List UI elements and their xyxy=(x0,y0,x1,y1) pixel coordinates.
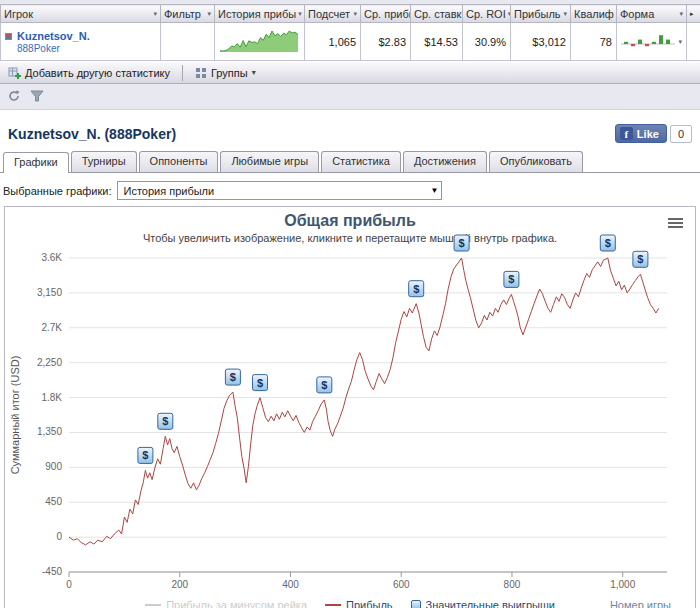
svg-text:3,150: 3,150 xyxy=(37,287,62,298)
tab-achievements[interactable]: Достижения xyxy=(403,151,487,172)
col-form[interactable]: Форма▾ xyxy=(617,5,687,23)
groups-icon xyxy=(195,67,207,79)
profit-line-chart[interactable]: -45004509001,3501.8K2,2502.7K3,1503.6K02… xyxy=(5,246,695,598)
player-site[interactable]: 888Poker xyxy=(17,43,60,54)
count-cell: 1,065 xyxy=(305,23,361,61)
svg-text:$: $ xyxy=(413,283,419,295)
groups-button[interactable]: Группы ▾ xyxy=(191,66,260,80)
tab-bar: Графики Турниры Оппоненты Любимые игры С… xyxy=(0,151,700,173)
svg-text:$: $ xyxy=(162,415,168,427)
chart-type-select[interactable]: История прибыли ▼ xyxy=(117,181,442,200)
svg-text:$: $ xyxy=(637,253,643,265)
col-avg-stake[interactable]: Ср. ставк:▾ xyxy=(411,5,463,23)
table-row: Kuznetsov_N. 888Poker 1,065 $2.83 $14.53… xyxy=(1,23,700,61)
col-player[interactable]: Игрок▾ xyxy=(1,5,161,23)
svg-text:$: $ xyxy=(142,449,148,461)
avg-profit-cell: $2.83 xyxy=(361,23,411,61)
column-menu-icon[interactable]: ▾ xyxy=(353,10,357,18)
fb-like-widget: f Like 0 xyxy=(615,124,692,143)
svg-text:$: $ xyxy=(321,379,327,391)
add-statistic-button[interactable]: Добавить другую статистику xyxy=(4,65,174,80)
svg-text:1,350: 1,350 xyxy=(37,426,62,437)
chart-menu-icon[interactable] xyxy=(668,216,683,230)
page-title: Kuznetsov_N. (888Poker) xyxy=(8,126,176,142)
col-profit[interactable]: Прибыль▾ xyxy=(511,5,571,23)
tab-tournaments[interactable]: Турниры xyxy=(71,151,137,172)
filter-icon[interactable] xyxy=(29,88,44,103)
tab-charts[interactable]: Графики xyxy=(3,152,69,173)
fb-like-count: 0 xyxy=(670,125,692,143)
svg-text:2.7K: 2.7K xyxy=(41,322,62,333)
svg-text:$: $ xyxy=(605,237,611,249)
tab-publish[interactable]: Опубликовать xyxy=(489,151,583,172)
legend-item-big-wins[interactable]: Значительные выигрыши xyxy=(411,599,555,608)
form-cell[interactable]: ▾ xyxy=(617,23,687,61)
legend-item-rake[interactable]: Прибыль за минусом рейка xyxy=(145,599,307,608)
table-scroll-button[interactable]: ▸ xyxy=(687,5,700,23)
svg-text:2,250: 2,250 xyxy=(37,357,62,368)
column-menu-icon[interactable]: ▾ xyxy=(679,10,683,18)
add-table-icon xyxy=(8,66,21,79)
toolbar-separator xyxy=(182,65,183,81)
column-menu-icon[interactable]: ▾ xyxy=(563,10,567,18)
avg-stake-cell: $14.53 xyxy=(411,23,463,61)
tab-opponents[interactable]: Оппоненты xyxy=(139,151,219,172)
column-menu-icon[interactable]: ▾ xyxy=(153,10,157,18)
col-avg-profit[interactable]: Ср. прибы▾ xyxy=(361,5,411,23)
qualified-cell: 78 xyxy=(571,23,617,61)
table-scroll-button[interactable] xyxy=(687,23,700,61)
profit-chart-panel: Общая прибыль Чтобы увеличить изображени… xyxy=(4,206,696,608)
svg-text:Суммарный итог (USD): Суммарный итог (USD) xyxy=(9,356,21,475)
legend-swatch xyxy=(145,604,161,606)
quick-actions xyxy=(0,84,700,109)
chart-type-value: История прибыли xyxy=(123,185,214,197)
chevron-down-icon: ▾ xyxy=(252,68,256,77)
svg-text:900: 900 xyxy=(45,461,62,472)
legend-item-profit[interactable]: Прибыль xyxy=(325,599,393,608)
col-filter[interactable]: Фильтр▾ xyxy=(161,5,215,23)
svg-text:$: $ xyxy=(230,371,236,383)
col-avg-roi[interactable]: Ср. ROI▾ xyxy=(463,5,511,23)
col-qualified[interactable]: Квалиф▾ xyxy=(571,5,617,23)
chevron-down-icon[interactable]: ▾ xyxy=(678,38,682,46)
filter-cell[interactable] xyxy=(161,23,215,61)
chevron-down-icon: ▼ xyxy=(431,186,439,195)
svg-text:$: $ xyxy=(257,377,263,389)
svg-text:1.8K: 1.8K xyxy=(41,392,62,403)
svg-text:800: 800 xyxy=(504,579,521,590)
legend-swatch xyxy=(325,604,341,606)
stats-table: Игрок▾ Фильтр▾ История прибы▾ Подсчет▾ С… xyxy=(0,4,700,61)
x-axis-title: Номер игры xyxy=(610,599,671,608)
column-menu-icon[interactable]: ▾ xyxy=(298,10,302,18)
chart-legend: Прибыль за минусом рейка Прибыль Значите… xyxy=(5,598,695,608)
fb-like-button[interactable]: f Like xyxy=(615,124,667,143)
chart-select-label: Выбранные графики: xyxy=(3,185,111,197)
col-count[interactable]: Подсчет▾ xyxy=(305,5,361,23)
player-status-icon xyxy=(5,33,12,40)
facebook-icon: f xyxy=(620,127,633,140)
form-bars-chart xyxy=(621,32,675,52)
profit-cell: $3,012 xyxy=(511,23,571,61)
player-link[interactable]: Kuznetsov_N. xyxy=(17,30,90,42)
svg-text:-450: -450 xyxy=(42,566,62,577)
profit-history-cell[interactable] xyxy=(215,23,305,61)
chart-subtitle: Чтобы увеличить изображение, кликните и … xyxy=(5,232,695,244)
svg-text:200: 200 xyxy=(171,579,188,590)
svg-text:400: 400 xyxy=(282,579,299,590)
col-profit-history[interactable]: История прибы▾ xyxy=(215,5,305,23)
tab-statistics[interactable]: Статистика xyxy=(321,151,401,172)
tab-favorite-games[interactable]: Любимые игры xyxy=(220,151,319,172)
chart-title: Общая прибыль xyxy=(5,212,695,230)
column-menu-icon[interactable]: ▾ xyxy=(207,10,211,18)
svg-text:600: 600 xyxy=(393,579,410,590)
svg-text:3.6K: 3.6K xyxy=(41,252,62,263)
table-toolbar: Добавить другую статистику Группы ▾ xyxy=(0,61,700,84)
svg-text:0: 0 xyxy=(66,579,72,590)
player-page: Kuznetsov_N. (888Poker) f Like 0 Графики… xyxy=(0,124,700,608)
svg-text:0: 0 xyxy=(56,531,62,542)
svg-text:$: $ xyxy=(508,273,514,285)
refresh-icon[interactable] xyxy=(6,88,21,103)
svg-text:450: 450 xyxy=(45,496,62,507)
svg-text:1,000: 1,000 xyxy=(610,579,635,590)
svg-text:$: $ xyxy=(459,237,465,249)
